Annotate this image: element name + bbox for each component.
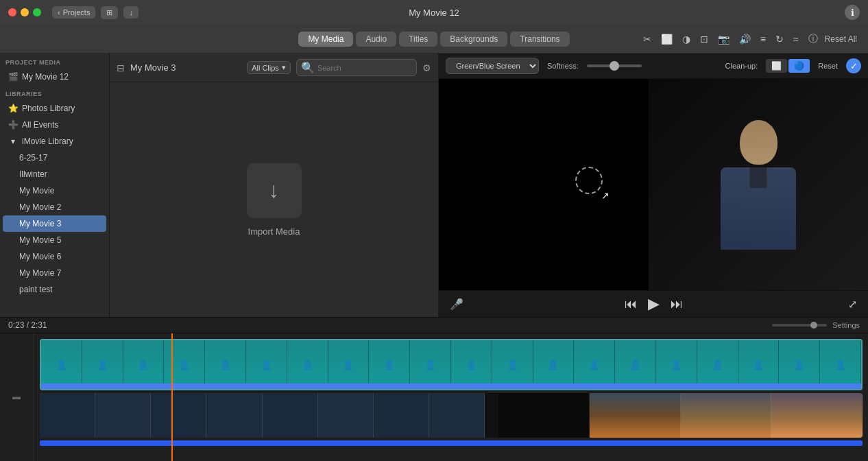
sidebar-item-my-movie[interactable]: My Movie xyxy=(3,182,106,199)
cleanup-btn-off[interactable]: ⬜ xyxy=(766,59,787,73)
color-board-icon[interactable]: ⬜ xyxy=(658,32,675,46)
sidebar-item-photos-library[interactable]: ⭐ Photos Library xyxy=(3,100,106,117)
softness-slider[interactable] xyxy=(587,64,642,67)
sec-frame-8 xyxy=(429,393,485,438)
frame-5 xyxy=(205,340,246,389)
noise-icon[interactable]: ≈ xyxy=(791,32,801,46)
crop-icon[interactable]: ✂ xyxy=(640,32,654,46)
tab-backgrounds[interactable]: Backgrounds xyxy=(440,32,507,47)
sidebar-item-all-events[interactable]: ➕ All Events xyxy=(3,117,106,133)
sidebar-item-my-movie-2[interactable]: My Movie 2 xyxy=(3,199,106,215)
settings-icon[interactable]: ⚙ xyxy=(422,62,431,73)
fullscreen-button[interactable]: ⤢ xyxy=(848,298,857,311)
play-button[interactable]: ▶ xyxy=(648,295,660,313)
secondary-video-track[interactable] xyxy=(40,393,863,438)
person-area xyxy=(649,79,868,290)
sidebar-item-my-movie-5[interactable]: My Movie 5 xyxy=(3,232,106,248)
timeline-content xyxy=(34,333,868,461)
track-selection-bar xyxy=(41,383,861,389)
media-panel-header: ⊟ My Movie 3 All Clips ▾ 🔍 ⚙ xyxy=(110,54,438,82)
sidebar-label-my-movie-5: My Movie 5 xyxy=(19,235,61,245)
info-tool-icon[interactable]: ⓘ xyxy=(806,32,821,47)
download-button[interactable]: ↓ xyxy=(123,6,138,19)
timeline-area: 0:23 / 2:31 Settings ▐ xyxy=(0,317,868,461)
crop-tool-icon[interactable]: ⊡ xyxy=(697,32,711,46)
import-media-box[interactable]: ↓ Import Media xyxy=(247,163,302,237)
sidebar: PROJECT MEDIA 🎬 My Movie 12 LIBRARIES ⭐ … xyxy=(0,54,110,317)
frame-3 xyxy=(123,340,165,389)
audio-icon[interactable]: 🔊 xyxy=(736,32,754,46)
effect-dropdown[interactable]: Green/Blue Screen xyxy=(446,58,539,74)
maximize-button[interactable] xyxy=(33,8,41,16)
selection-cursor: ↗ xyxy=(575,167,603,194)
confirm-button[interactable]: ✓ xyxy=(846,58,861,73)
sidebar-item-illwinter[interactable]: Illwinter xyxy=(3,166,106,182)
sidebar-label-6-25-17: 6-25-17 xyxy=(19,153,47,163)
frame-20 xyxy=(820,340,861,389)
right-frame-1 xyxy=(498,393,590,438)
settings-label: Settings xyxy=(832,321,860,329)
main-video-track[interactable] xyxy=(40,339,863,390)
sidebar-item-paint-test[interactable]: paint test xyxy=(3,281,106,298)
cleanup-label: Clean-up: xyxy=(725,62,758,70)
equalizer-icon[interactable]: ≡ xyxy=(758,32,769,46)
triangle-icon: ▾ xyxy=(8,137,18,146)
track-gap xyxy=(485,393,498,438)
track-label: ▐ xyxy=(13,394,21,399)
sidebar-item-my-movie-3[interactable]: My Movie 3 xyxy=(3,215,106,232)
track-frames xyxy=(41,340,861,389)
tab-titles[interactable]: Titles xyxy=(399,32,437,47)
right-frame-4 xyxy=(771,393,863,438)
sidebar-item-my-movie-7[interactable]: My Movie 7 xyxy=(3,265,106,281)
chevron-left-icon: ‹ xyxy=(58,8,60,16)
microphone-button[interactable]: 🎤 xyxy=(450,298,463,311)
back-to-projects-button[interactable]: ‹ Projects xyxy=(52,6,95,19)
person-figure xyxy=(721,120,796,250)
slider-thumb xyxy=(610,61,619,71)
minimize-button[interactable] xyxy=(21,8,29,16)
reset-button[interactable]: Reset xyxy=(818,62,838,70)
skip-back-button[interactable]: ⏮ xyxy=(625,297,637,311)
color-wheels-icon[interactable]: ◑ xyxy=(679,32,693,46)
sidebar-label-my-movie-12: My Movie 12 xyxy=(22,72,69,82)
frame-8 xyxy=(328,340,370,389)
frame-7 xyxy=(287,340,328,389)
panel-toggle-button[interactable]: ⊟ xyxy=(117,62,125,73)
sidebar-label-all-events: All Events xyxy=(22,120,58,130)
media-panel-title: My Movie 3 xyxy=(130,62,241,73)
slider-track xyxy=(587,64,642,67)
sidebar-item-my-movie-12[interactable]: 🎬 My Movie 12 xyxy=(3,69,106,85)
tab-transitions[interactable]: Transitions xyxy=(510,32,569,47)
sidebar-item-imovie-library[interactable]: ▾ iMovie Library xyxy=(3,133,106,150)
speed-icon[interactable]: ↻ xyxy=(773,32,786,46)
search-input[interactable] xyxy=(317,64,412,72)
frame-15 xyxy=(615,340,656,389)
frame-6 xyxy=(246,340,287,389)
sidebar-label-imovie-library: iMovie Library xyxy=(22,137,73,146)
camera-icon[interactable]: 📷 xyxy=(715,32,732,46)
sidebar-item-my-movie-6[interactable]: My Movie 6 xyxy=(3,248,106,265)
skip-forward-button[interactable]: ⏭ xyxy=(671,297,683,311)
titlebar-left: ‹ Projects ⊞ ↓ xyxy=(8,6,138,19)
info-button[interactable]: ℹ xyxy=(845,5,860,20)
frame-9 xyxy=(369,340,410,389)
layout-toggle-button[interactable]: ⊞ xyxy=(101,6,118,19)
sec-frame-4 xyxy=(206,393,262,438)
sidebar-item-6-25-17[interactable]: 6-25-17 xyxy=(3,150,106,166)
close-button[interactable] xyxy=(8,8,16,16)
titlebar-right: ℹ xyxy=(845,5,860,20)
zoom-slider[interactable] xyxy=(772,324,827,327)
project-media-section-title: PROJECT MEDIA xyxy=(0,54,109,69)
cleanup-btn-on[interactable]: 🔵 xyxy=(788,59,810,73)
playhead[interactable] xyxy=(171,333,173,461)
sidebar-label-photos: Photos Library xyxy=(22,104,75,113)
tab-audio[interactable]: Audio xyxy=(356,32,396,47)
sidebar-label-my-movie-3: My Movie 3 xyxy=(19,219,61,228)
clips-dropdown[interactable]: All Clips ▾ xyxy=(247,61,291,74)
back-btn-label: Projects xyxy=(63,8,91,16)
frame-16 xyxy=(656,340,697,389)
reset-all-button[interactable]: Reset All xyxy=(825,34,857,44)
sec-frame-7 xyxy=(374,393,429,438)
tab-my-media[interactable]: My Media xyxy=(298,32,353,47)
libraries-section-title: LIBRARIES xyxy=(0,85,109,100)
